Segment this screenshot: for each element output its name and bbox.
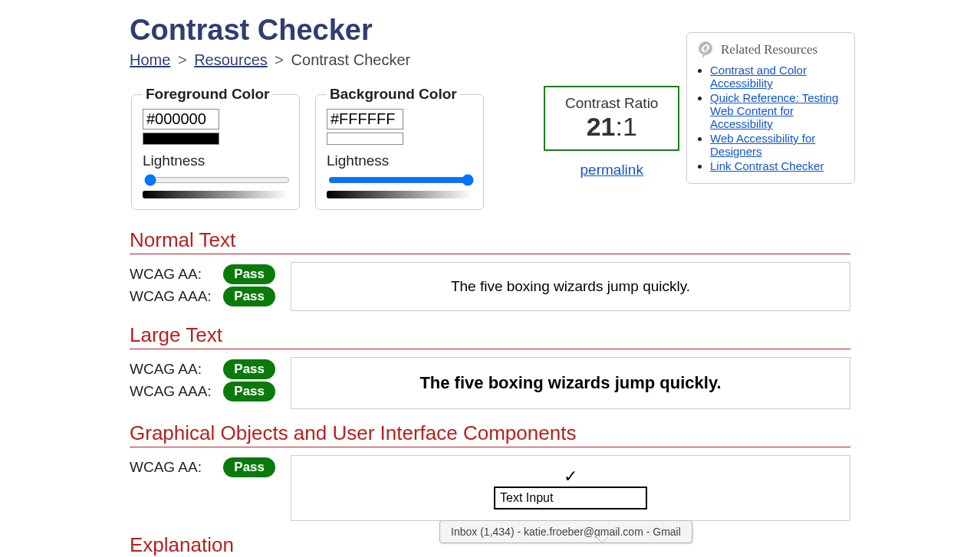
gradient-bar xyxy=(143,191,288,198)
section-normal-text: Normal Text xyxy=(130,228,850,254)
breadcrumb-current: Contrast Checker xyxy=(291,51,411,68)
foreground-lightness-label: Lightness xyxy=(143,152,288,169)
background-hex-input[interactable] xyxy=(327,109,403,129)
svg-point-0 xyxy=(699,41,712,55)
background-legend: Background Color xyxy=(327,86,460,103)
contrast-ratio-box: Contrast Ratio 21:1 xyxy=(544,86,679,151)
criteria-label: WCAG AAA: xyxy=(130,288,212,305)
related-link[interactable]: Quick Reference: Testing Web Content for… xyxy=(710,91,838,130)
criteria-label: WCAG AAA: xyxy=(130,383,212,400)
link-icon xyxy=(696,41,715,59)
related-link[interactable]: Web Accessibility for Designers xyxy=(710,132,815,158)
criteria-label: WCAG AA: xyxy=(130,361,202,378)
breadcrumb-home[interactable]: Home xyxy=(130,51,170,68)
background-fieldset: Background Color Lightness xyxy=(315,86,484,210)
contrast-ratio-label: Contrast Ratio xyxy=(565,95,658,112)
pass-badge: Pass xyxy=(223,457,275,477)
pass-badge: Pass xyxy=(223,382,275,401)
background-swatch[interactable] xyxy=(327,133,403,145)
contrast-ratio-denominator: :1 xyxy=(615,112,636,141)
browser-tooltip: Inbox (1,434) - katie.froeber@gmail.com … xyxy=(439,520,692,543)
check-icon: ✓ xyxy=(564,467,577,487)
pass-badge: Pass xyxy=(223,264,275,284)
criteria-label: WCAG AA: xyxy=(130,266,202,283)
breadcrumb-sep-icon: > xyxy=(271,51,287,68)
foreground-hex-input[interactable] xyxy=(143,109,219,129)
foreground-swatch[interactable] xyxy=(143,133,219,145)
background-lightness-slider[interactable] xyxy=(328,174,474,186)
sample-text-input[interactable] xyxy=(494,487,647,509)
sample-normal: The five boxing wizards jump quickly. xyxy=(291,262,850,311)
sample-large: The five boxing wizards jump quickly. xyxy=(291,357,850,409)
foreground-fieldset: Foreground Color Lightness xyxy=(131,86,300,210)
gradient-bar xyxy=(327,191,472,198)
related-link[interactable]: Link Contrast Checker xyxy=(710,159,824,172)
section-ui-components: Graphical Objects and User Interface Com… xyxy=(130,421,850,447)
sidebar-title: Related Resources xyxy=(721,42,817,57)
pass-badge: Pass xyxy=(223,287,275,306)
related-resources: Related Resources Contrast and Color Acc… xyxy=(686,32,855,184)
criteria-label: WCAG AA: xyxy=(130,459,202,476)
breadcrumb-sep-icon: > xyxy=(175,51,190,68)
foreground-lightness-slider[interactable] xyxy=(144,174,290,186)
pass-badge: Pass xyxy=(223,359,275,379)
sample-ui: ✓ xyxy=(291,455,850,521)
contrast-ratio-numerator: 21 xyxy=(587,112,616,141)
permalink[interactable]: permalink xyxy=(580,162,643,179)
related-link[interactable]: Contrast and Color Accessibility xyxy=(710,64,807,90)
background-lightness-label: Lightness xyxy=(327,152,472,169)
breadcrumb-resources[interactable]: Resources xyxy=(194,51,268,68)
foreground-legend: Foreground Color xyxy=(143,86,272,103)
section-large-text: Large Text xyxy=(130,323,850,349)
